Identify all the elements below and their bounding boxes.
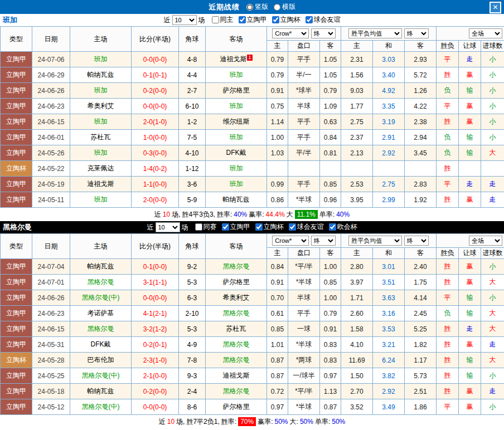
date-cell: 24-06-29 [32, 67, 70, 83]
filter-checkbox[interactable] [222, 223, 229, 231]
league-type-cell: 立陶甲 [1, 130, 32, 145]
cover-rate-label: 赢率: [249, 210, 264, 219]
filter-option[interactable]: 同主 [207, 15, 234, 25]
avg-away-cell: 4.22 [405, 99, 437, 114]
filter-controls: 近 10 场 同主立陶甲立陶杯球会友谊 [164, 15, 341, 25]
sub-goals-result: 进球数 [481, 41, 504, 52]
filter-checkbox[interactable] [255, 223, 263, 231]
filter-option[interactable]: 同赛 [190, 222, 217, 232]
recent-count-select[interactable]: 10 [156, 222, 180, 232]
bookmaker-select[interactable]: Crow* [272, 28, 309, 38]
vertical-radio-input[interactable] [246, 4, 253, 11]
filter-checkbox[interactable] [212, 16, 219, 23]
avg-home-cell: 3.52 [341, 399, 373, 415]
match-row: 立陶杯24-05-28巴布伦加2-3(1-0)7-8黑格尔曼0.87*两球0.8… [1, 353, 504, 368]
corners-cell: 6-10 [179, 99, 206, 114]
avg-odds-select[interactable]: 胜平负均值 [348, 236, 402, 246]
odds-home-cell: 0.72 [267, 384, 288, 399]
avg-odds-select[interactable]: 胜平负均值 [348, 28, 402, 38]
corners-cell: 4-9 [179, 337, 206, 353]
result-cell: 胜 [437, 259, 459, 275]
corners-cell: 1-12 [179, 161, 206, 177]
handicap-cell: 平手 [288, 177, 320, 192]
filter-option[interactable]: 球会友谊 [284, 222, 324, 232]
filter-option[interactable]: 球会友谊 [301, 15, 341, 25]
match-row: 立陶甲24-06-23考诺萨基4-1(2-1)2-10黑格尔曼0.61平手0.7… [1, 306, 504, 321]
away-team-cell: 帕纳瓦兹 [206, 192, 267, 208]
avg-draw-cell: 3.40 [373, 67, 405, 83]
handicap-result-cell: 赢 [459, 259, 481, 275]
odds-away-cell: 0.85 [320, 177, 341, 192]
bookmaker-select[interactable]: Crow* [272, 236, 309, 246]
avg-home-cell: 4.10 [341, 337, 373, 353]
match-row: 立陶甲24-05-31DFK戴0-2(0-1)4-9黑格尔曼1.01*半球0.8… [1, 337, 504, 353]
home-team-cell: 克莱佩达 [70, 161, 132, 177]
result-cell: 胜 [437, 114, 459, 130]
final-avg-select[interactable]: 终 [404, 28, 429, 38]
avg-home-cell: 2.60 [341, 306, 373, 321]
score-cell: 4-1(2-1) [132, 306, 179, 321]
avg-away-cell: 3.45 [405, 145, 437, 161]
filter-option[interactable]: 立陶杯 [250, 222, 284, 232]
league-type-cell: 立陶甲 [1, 67, 32, 83]
goals-result-cell: 小 [481, 259, 504, 275]
sub-result: 胜负 [437, 41, 459, 52]
filter-checkbox[interactable] [329, 223, 336, 231]
handicap-cell: 平手 [288, 114, 320, 130]
away-team-cell: 班加 [206, 177, 267, 192]
avg-home-cell: 2.13 [341, 145, 373, 161]
handicap-result-cell: 输 [459, 306, 481, 321]
odds-away-cell: 1.13 [320, 384, 341, 399]
matches-body: 立陶甲24-07-06班加0-0(0-0)4-8迪祖戈斯10.79平手1.052… [1, 52, 504, 208]
handicap-cell: 半球 [288, 99, 320, 114]
handicap-cell: 平/半 [288, 145, 320, 161]
layout-vertical-option[interactable]: 竖版 [246, 2, 268, 12]
filter-checkbox[interactable] [306, 16, 313, 23]
handicap-result-cell: 输 [459, 145, 481, 161]
handicap-result-cell: 走 [459, 177, 481, 192]
match-row: 立陶甲24-05-11班加2-0(0-0)5-9帕纳瓦兹0.86*半球0.963… [1, 192, 504, 208]
final-odds-select[interactable]: 终 [311, 28, 336, 38]
recent-count-select[interactable]: 10 [172, 15, 197, 25]
date-cell: 24-06-15 [32, 114, 70, 130]
handicap-result-cell: 赢 [459, 67, 481, 83]
avg-draw-cell: 3.01 [373, 259, 405, 275]
handicap-result-cell: 赢 [459, 337, 481, 353]
filter-controls: 近 10 场 同赛立陶甲立陶杯球会友谊欧会杯 [147, 222, 357, 232]
score-cell: 1-1(0-0) [132, 177, 179, 192]
sub-handicap: 盘口 [288, 41, 320, 52]
goals-result-cell: 走 [481, 384, 504, 399]
filter-checkbox[interactable] [195, 223, 202, 231]
avg-draw-cell: 3.21 [373, 337, 405, 353]
match-row: 立陶甲24-05-19迪祖戈斯1-1(0-0)3-6班加0.99平手0.852.… [1, 177, 504, 192]
sub-handicap-result: 让球 [459, 248, 481, 259]
horizontal-radio-input[interactable] [274, 4, 280, 11]
filter-checkbox[interactable] [289, 223, 296, 231]
filter-option[interactable]: 立陶杯 [267, 15, 301, 25]
score-cell: 3-1(1-1) [132, 275, 179, 290]
filter-checkbox[interactable] [272, 16, 279, 23]
filter-checkbox[interactable] [239, 16, 246, 23]
final-avg-select[interactable]: 终 [404, 236, 429, 246]
handicap-cell: 半球 [288, 290, 320, 306]
odds-home-cell [267, 161, 288, 177]
away-team-cell: 班加 [206, 67, 267, 83]
final-odds-select[interactable]: 终 [311, 236, 336, 246]
sub-handicap-result: 让球 [459, 41, 481, 52]
avg-home-cell: 2.70 [341, 384, 373, 399]
layout-horizontal-option[interactable]: 横版 [274, 2, 295, 12]
handicap-cell: 平手 [288, 52, 320, 67]
scope-select[interactable]: 全场 [469, 236, 502, 246]
filter-option[interactable]: 欧会杯 [324, 222, 357, 232]
single-rate-label: 单率: [319, 210, 335, 219]
league-type-cell: 立陶甲 [1, 177, 32, 192]
date-cell: 24-05-19 [32, 177, 70, 192]
col-home: 主场 [70, 234, 132, 259]
filter-option[interactable]: 立陶甲 [234, 15, 267, 25]
scope-select[interactable]: 全场 [469, 28, 502, 38]
filter-option[interactable]: 立陶甲 [217, 222, 250, 232]
close-icon[interactable]: ✕ [490, 2, 501, 13]
goals-result-cell: 大 [481, 145, 504, 161]
home-team-cell: 班加 [70, 52, 132, 67]
home-team-cell: 迪祖戈斯 [70, 177, 132, 192]
